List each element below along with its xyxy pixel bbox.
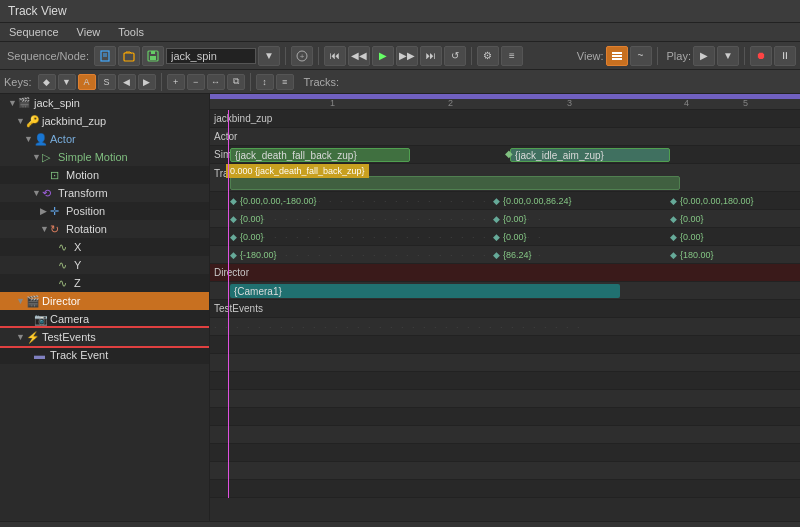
add-node-btn[interactable]: +: [291, 46, 313, 66]
tree-item-simple-motion[interactable]: ▼ ▷ Simple Motion: [0, 148, 209, 166]
key-del-btn[interactable]: −: [187, 74, 205, 90]
track-y: ◆ {0.00} ◆ {0.00} ◆ {0.00} · · · · · · ·…: [210, 228, 800, 246]
y-val-1: {0.00}: [240, 232, 264, 242]
jack-spin-label: jack_spin: [34, 97, 80, 109]
key-prev-btn[interactable]: ◀: [118, 74, 136, 90]
menu-tools[interactable]: Tools: [115, 25, 147, 39]
tree-item-transform[interactable]: ▼ ⟲ Transform: [0, 184, 209, 202]
x-val-3: {0.00}: [680, 214, 704, 224]
open-seq-btn[interactable]: [118, 46, 140, 66]
arrow-position: ▶: [40, 206, 50, 216]
menu-view[interactable]: View: [74, 25, 104, 39]
transform-tooltip: 0.000 {jack_death_fall_back_zup}: [226, 164, 369, 178]
sm-bar-2[interactable]: {jack_idle_aim_zup}: [510, 148, 670, 162]
key-add-btn[interactable]: +: [167, 74, 185, 90]
play-btn[interactable]: ▶: [372, 46, 394, 66]
record-btn[interactable]: ⏺: [750, 46, 772, 66]
svg-rect-3: [124, 53, 134, 61]
empty-row-6: [210, 426, 800, 444]
key-sel-btn[interactable]: S: [98, 74, 116, 90]
arrow-sm: ▼: [32, 152, 42, 162]
camera-bar[interactable]: {Camera1}: [230, 284, 620, 298]
play-label: Play:: [667, 50, 691, 62]
new-seq-btn[interactable]: [94, 46, 116, 66]
key-filter-btn[interactable]: ▼: [58, 74, 76, 90]
rot-val-2: {0.00,0.00,86.24}: [503, 196, 572, 206]
events-icon: ⚡: [26, 331, 40, 343]
director-icon: 🎬: [26, 295, 40, 307]
go-start-btn[interactable]: ⏮: [324, 46, 346, 66]
play-fwd-btn[interactable]: ▶: [693, 46, 715, 66]
view-timeline-btn[interactable]: [606, 46, 628, 66]
tree-item-jack-spin[interactable]: ▼ 🎬 jack_spin: [0, 94, 209, 112]
rotation-label: Rotation: [66, 223, 107, 235]
tree-item-track-event[interactable]: ▬ Track Event: [0, 346, 209, 364]
arrow-camera: [24, 314, 34, 324]
track-z: ◆ {-180.00} ◆ {86.24} ◆ {180.00} · · · ·…: [210, 246, 800, 264]
tree-item-motion[interactable]: ⊡ Motion: [0, 166, 209, 184]
track-testevents-label: TestEvents: [210, 303, 263, 314]
z-key-3: ◆: [670, 250, 677, 260]
key-type-btn[interactable]: ◆: [38, 74, 56, 90]
view-curve-btn[interactable]: ~: [630, 46, 652, 66]
camera-label: Camera: [50, 313, 89, 325]
main-toolbar: Sequence/Node: ▼ + ⏮ ◀◀ ▶ ▶▶ ⏭ ↺ ⚙ ≡ Vie…: [0, 42, 800, 70]
empty-row-4: [210, 390, 800, 408]
track-testevents: TestEvents: [210, 300, 800, 318]
key-icon: 🔑: [26, 115, 40, 127]
menu-sequence[interactable]: Sequence: [6, 25, 62, 39]
transform-bar[interactable]: [230, 176, 680, 190]
prev-key-btn[interactable]: ◀◀: [348, 46, 370, 66]
tree-item-camera[interactable]: 📷 Camera: [0, 310, 209, 328]
tree-item-jackbind[interactable]: ▼ 🔑 jackbind_zup: [0, 112, 209, 130]
save-seq-btn[interactable]: [142, 46, 164, 66]
key-move-btn[interactable]: ↔: [207, 74, 225, 90]
arrow-actor: ▼: [24, 134, 34, 144]
tree-item-actor[interactable]: ▼ 👤 Actor: [0, 130, 209, 148]
track-actor: Actor: [210, 128, 800, 146]
key-next-btn[interactable]: ▶: [138, 74, 156, 90]
arrow-x: [48, 242, 58, 252]
z-key-2: ◆: [493, 250, 500, 260]
key-snap-btn[interactable]: ↕: [256, 74, 274, 90]
arrow-y: [48, 260, 58, 270]
tracks-panel: 1 2 3 4 5 jackbind_zup Actor Simple Moti…: [210, 94, 800, 521]
empty-row-7: [210, 444, 800, 462]
svg-rect-5: [150, 56, 156, 60]
empty-row-8: [210, 462, 800, 480]
dropdown-btn[interactable]: ▼: [258, 46, 280, 66]
svg-rect-11: [612, 58, 622, 60]
tree-item-z[interactable]: ∿ Z: [0, 274, 209, 292]
camera-icon: 📷: [34, 313, 48, 325]
pause-btn[interactable]: ⏸: [774, 46, 796, 66]
tree-item-rotation[interactable]: ▼ ↻ Rotation: [0, 220, 209, 238]
curve-x-icon: ∿: [58, 241, 72, 253]
arrow-track-event: [24, 350, 34, 360]
next-key-btn[interactable]: ▶▶: [396, 46, 418, 66]
key-all-btn[interactable]: A: [78, 74, 96, 90]
empty-row-5: [210, 408, 800, 426]
motion-icon: ▷: [42, 151, 56, 163]
tree-item-y[interactable]: ∿ Y: [0, 256, 209, 274]
settings1-btn[interactable]: ⚙: [477, 46, 499, 66]
settings2-btn[interactable]: ≡: [501, 46, 523, 66]
go-end-btn[interactable]: ⏭: [420, 46, 442, 66]
tree-item-testevents[interactable]: ▼ ⚡ TestEvents: [0, 328, 209, 346]
y-key-3: ◆: [670, 232, 677, 242]
title-bar: Track View: [0, 0, 800, 23]
key-copy-btn[interactable]: ⧉: [227, 74, 245, 90]
sequence-input[interactable]: [166, 48, 256, 64]
tree-item-position[interactable]: ▶ ✛ Position: [0, 202, 209, 220]
track-transform: Transform 0.000 {jack_death_fall_back_zu…: [210, 164, 800, 192]
separator5: [744, 47, 745, 65]
sm-bar-1[interactable]: {jack_death_fall_back_zup}: [230, 148, 410, 162]
tree-item-director[interactable]: ▼ 🎬 Director: [0, 292, 209, 310]
svg-rect-9: [612, 52, 622, 54]
sm-label: Simple Motion: [58, 151, 128, 163]
play-dropdown-btn[interactable]: ▼: [717, 46, 739, 66]
tree-item-x[interactable]: ∿ X: [0, 238, 209, 256]
menu-bar: Sequence View Tools: [0, 23, 800, 42]
key-align-btn[interactable]: ≡: [276, 74, 294, 90]
loop-btn[interactable]: ↺: [444, 46, 466, 66]
arrow-transform: ▼: [32, 188, 42, 198]
